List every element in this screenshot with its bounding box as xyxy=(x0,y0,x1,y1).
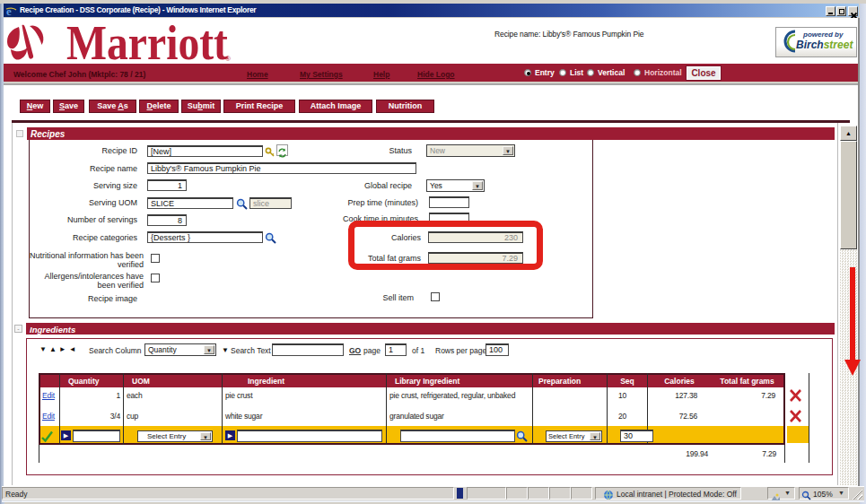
svg-text:Marriott: Marriott xyxy=(66,22,228,66)
svg-text:powered by: powered by xyxy=(802,30,844,39)
svg-text:®: ® xyxy=(225,55,231,63)
svg-text:e: e xyxy=(6,5,12,17)
svg-text:Birchstreet: Birchstreet xyxy=(796,39,853,51)
